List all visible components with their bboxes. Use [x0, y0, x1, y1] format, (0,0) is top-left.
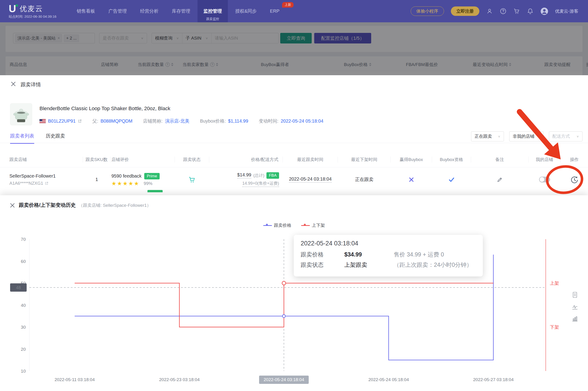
tooltip-row-price: 跟卖价格 $34.99 售价 34.99 + 运费 0: [301, 249, 476, 260]
col-store-rating: 店铺评价: [111, 157, 175, 163]
store-scope-select[interactable]: 非我的店铺: [509, 131, 544, 141]
asin-type-select[interactable]: 子 ASIN ∨: [182, 33, 211, 43]
remark-cell: [471, 177, 528, 183]
seller-cell: SellerSpace-Follower1 A1A6*****NZXG1: [0, 173, 83, 186]
follow-time[interactable]: 2022-05-24 03:18:04: [289, 176, 332, 183]
bell-icon[interactable]: [527, 8, 533, 14]
sort-icon[interactable]: [171, 63, 173, 66]
col-follow-count[interactable]: 当前跟卖数量 ?: [134, 62, 177, 68]
close-icon[interactable]: [9, 202, 16, 209]
sort-icon[interactable]: [509, 63, 511, 66]
col-last-change-time[interactable]: 最近变动站点时间: [455, 62, 529, 68]
more-stores-tag[interactable]: + 2 ...: [64, 34, 79, 42]
buybox-eligible-cell: [432, 176, 471, 183]
close-icon[interactable]: [10, 81, 16, 87]
external-link-icon[interactable]: [78, 119, 82, 123]
nav-label: ERP: [270, 8, 279, 14]
cart-status-icon[interactable]: [188, 176, 196, 183]
svg-text:70: 70: [21, 237, 26, 242]
delivery-method-select[interactable]: 配送方式 ∨: [549, 131, 583, 141]
col-follow-status: 跟卖状态: [175, 157, 209, 163]
svg-text:2022-05-24 03:18:04: 2022-05-24 03:18:04: [264, 377, 304, 382]
site-time: 站点时间: 2022-06-30 04:39:16: [9, 14, 70, 19]
fba-badge: FBA: [266, 172, 279, 179]
col-buybox-eligible: Buybox资格: [432, 157, 471, 163]
mini-program-button[interactable]: 体验小程序: [411, 6, 444, 16]
exist-follow-select[interactable]: 是否存在跟卖 ∨: [99, 33, 147, 43]
total-price[interactable]: $14.99: [237, 172, 251, 179]
us-flag-icon: [40, 119, 46, 123]
store-tag: 演示店-北美 - 美国站 ×: [15, 34, 62, 42]
nav-item-inventory[interactable]: 库存管理: [166, 0, 196, 22]
nav-item-analytics[interactable]: 经营分析: [134, 0, 164, 22]
nav-item-ads[interactable]: 广告管理: [102, 0, 133, 22]
page-background: 演示店-北美 - 美国站 × + 2 ... 是否存在跟卖 ∨ 模糊查询 ∨ 子…: [0, 22, 588, 75]
fuzzy-query-select[interactable]: 模糊查询 ∨: [152, 33, 182, 43]
svg-text:60: 60: [21, 259, 26, 264]
avatar[interactable]: [540, 7, 548, 15]
col-label: BuyBox赢得者: [261, 62, 289, 68]
store-link[interactable]: 演示店-北美: [165, 118, 190, 124]
col-last-delist-time: 最近下架时间: [338, 157, 391, 163]
operation-cell: [561, 175, 588, 184]
nav-item-auth-sync[interactable]: 授权&同步: [229, 0, 262, 22]
logo-text: 优麦云: [20, 4, 43, 14]
chart-tooltip: 2022-05-24 03:18:04 跟卖价格 $34.99 售价 34.99…: [294, 235, 483, 277]
legend-item-listing[interactable]: 上下架: [301, 222, 325, 228]
help-icon[interactable]: [500, 8, 507, 14]
line-chart-icon[interactable]: [572, 303, 578, 310]
feedback-count: 9590 feedback: [111, 173, 141, 179]
star-rating-icon: ★★★★★: [111, 181, 140, 186]
list-filters: 正在跟卖 ∨ 非我的店铺 配送方式 ∨: [471, 131, 583, 141]
legend-item-price[interactable]: 跟卖价格: [263, 222, 291, 228]
tab-history-follow[interactable]: 历史跟卖: [46, 133, 65, 144]
username[interactable]: 优麦云-游客: [555, 8, 578, 14]
background-table-card: 商品信息 店铺简称 当前跟卖数量 ? 当前卖家数量 ? BuyBox赢得者 Bu…: [5, 56, 583, 75]
col-win-buybox: 赢得Buybox: [391, 157, 432, 163]
follow-time-cell: 2022-05-24 03:18:04: [283, 176, 338, 183]
tooltip-value: 上架跟卖: [344, 260, 394, 270]
asin-input[interactable]: 请输入ASIN: [211, 35, 278, 41]
history-modal-header: 跟卖价格/上下架变动历史 （跟卖店铺: SellerSpace-Follower…: [19, 202, 151, 209]
col-seller-count[interactable]: 当前卖家数量 ?: [177, 62, 223, 68]
sort-icon[interactable]: [369, 63, 371, 66]
tab-follower-list[interactable]: 跟卖者列表: [10, 133, 34, 144]
config-monitor-stores-button[interactable]: 配置监控店铺（1/5）: [314, 33, 371, 43]
col-buybox-price[interactable]: BuyBox价格: [327, 62, 389, 68]
nav-item-erp[interactable]: ERP 上新: [264, 0, 285, 22]
nav-label: 库存管理: [172, 8, 190, 14]
register-button[interactable]: 立即注册: [451, 6, 479, 16]
history-clock-icon[interactable]: [570, 175, 579, 184]
pencil-icon[interactable]: [497, 177, 503, 183]
external-link-icon[interactable]: [45, 182, 49, 185]
bar-chart-icon[interactable]: [572, 315, 578, 322]
product-image: [10, 103, 32, 125]
buybox-price-label: Buybox价格:: [200, 118, 226, 124]
my-store-toggle[interactable]: [539, 177, 550, 182]
svg-text:2022-05-23 03:18:04: 2022-05-23 03:18:04: [159, 377, 200, 382]
asin-link[interactable]: B01LZ2UP91: [48, 118, 75, 124]
sort-icon[interactable]: [216, 63, 218, 66]
flag-canton: [40, 119, 42, 121]
support-icon[interactable]: [486, 8, 493, 14]
follow-status-select[interactable]: 正在跟卖 ∨: [471, 131, 504, 141]
sku-count-cell: 1: [83, 177, 111, 182]
nav-item-sales-board[interactable]: 销售看板: [71, 0, 101, 22]
app-logo[interactable]: U 优麦云 站点时间: 2022-06-30 04:39:16: [0, 0, 70, 22]
query-button[interactable]: 立即查询: [280, 33, 312, 43]
parent-asin-link[interactable]: B088MQPQDM: [101, 118, 132, 124]
nav-label: 经营分析: [140, 8, 158, 14]
data-view-icon[interactable]: [572, 292, 578, 298]
divider: [0, 143, 588, 143]
select-label: 配送方式: [552, 133, 570, 139]
asin-query-group: 模糊查询 ∨ 子 ASIN ∨ 请输入ASIN: [152, 33, 279, 43]
store-multiselect[interactable]: 演示店-北美 - 美国站 × + 2 ...: [13, 33, 95, 43]
cart-icon[interactable]: [513, 8, 520, 14]
price-detail: 14.99+0(售价+运费): [242, 181, 279, 187]
nav-item-monitoring[interactable]: 监控管理 跟卖监控: [197, 0, 228, 22]
tooltip-label: 跟卖价格: [301, 249, 344, 260]
tag-close-icon[interactable]: ×: [58, 36, 60, 40]
col-my-store: 我的店铺: [528, 157, 561, 163]
nav-submenu-follow-monitor[interactable]: 跟卖监控: [197, 17, 228, 21]
col-label: 操作: [586, 62, 588, 68]
